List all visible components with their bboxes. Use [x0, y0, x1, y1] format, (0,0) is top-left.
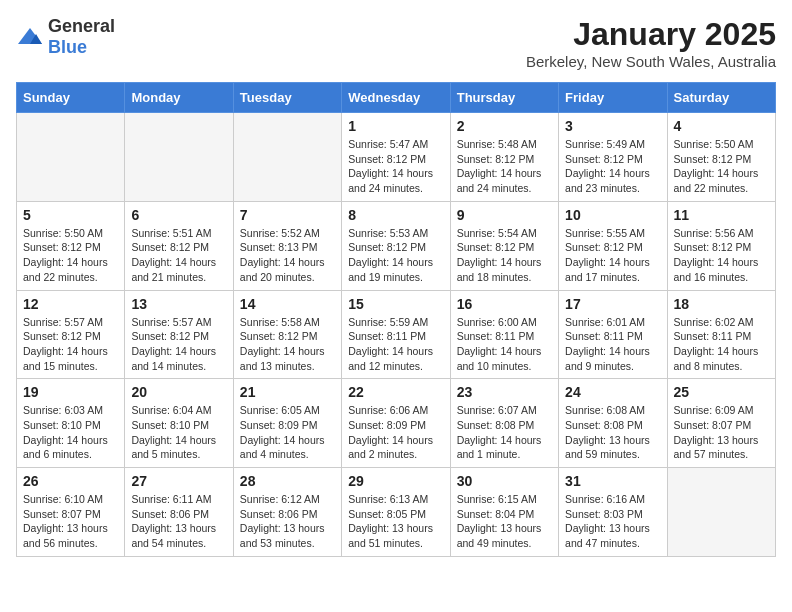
calendar-week-row: 5Sunrise: 5:50 AM Sunset: 8:12 PM Daylig… — [17, 201, 776, 290]
table-row — [17, 113, 125, 202]
table-row: 5Sunrise: 5:50 AM Sunset: 8:12 PM Daylig… — [17, 201, 125, 290]
day-info: Sunrise: 6:03 AM Sunset: 8:10 PM Dayligh… — [23, 403, 118, 462]
table-row — [233, 113, 341, 202]
day-info: Sunrise: 5:57 AM Sunset: 8:12 PM Dayligh… — [23, 315, 118, 374]
table-row: 2Sunrise: 5:48 AM Sunset: 8:12 PM Daylig… — [450, 113, 558, 202]
day-number: 12 — [23, 296, 118, 312]
day-info: Sunrise: 5:49 AM Sunset: 8:12 PM Dayligh… — [565, 137, 660, 196]
day-number: 3 — [565, 118, 660, 134]
table-row: 16Sunrise: 6:00 AM Sunset: 8:11 PM Dayli… — [450, 290, 558, 379]
day-number: 15 — [348, 296, 443, 312]
day-number: 20 — [131, 384, 226, 400]
day-number: 9 — [457, 207, 552, 223]
day-number: 26 — [23, 473, 118, 489]
day-info: Sunrise: 6:10 AM Sunset: 8:07 PM Dayligh… — [23, 492, 118, 551]
day-info: Sunrise: 6:13 AM Sunset: 8:05 PM Dayligh… — [348, 492, 443, 551]
day-info: Sunrise: 6:08 AM Sunset: 8:08 PM Dayligh… — [565, 403, 660, 462]
header-saturday: Saturday — [667, 83, 775, 113]
table-row — [667, 468, 775, 557]
table-row: 4Sunrise: 5:50 AM Sunset: 8:12 PM Daylig… — [667, 113, 775, 202]
day-info: Sunrise: 5:55 AM Sunset: 8:12 PM Dayligh… — [565, 226, 660, 285]
table-row: 21Sunrise: 6:05 AM Sunset: 8:09 PM Dayli… — [233, 379, 341, 468]
logo-general: General — [48, 16, 115, 36]
day-info: Sunrise: 6:06 AM Sunset: 8:09 PM Dayligh… — [348, 403, 443, 462]
day-info: Sunrise: 6:11 AM Sunset: 8:06 PM Dayligh… — [131, 492, 226, 551]
day-number: 21 — [240, 384, 335, 400]
day-number: 16 — [457, 296, 552, 312]
day-info: Sunrise: 6:12 AM Sunset: 8:06 PM Dayligh… — [240, 492, 335, 551]
logo-blue: Blue — [48, 37, 87, 57]
day-number: 5 — [23, 207, 118, 223]
table-row: 7Sunrise: 5:52 AM Sunset: 8:13 PM Daylig… — [233, 201, 341, 290]
calendar-week-row: 19Sunrise: 6:03 AM Sunset: 8:10 PM Dayli… — [17, 379, 776, 468]
day-info: Sunrise: 5:56 AM Sunset: 8:12 PM Dayligh… — [674, 226, 769, 285]
day-number: 2 — [457, 118, 552, 134]
table-row: 3Sunrise: 5:49 AM Sunset: 8:12 PM Daylig… — [559, 113, 667, 202]
table-row: 11Sunrise: 5:56 AM Sunset: 8:12 PM Dayli… — [667, 201, 775, 290]
day-info: Sunrise: 6:01 AM Sunset: 8:11 PM Dayligh… — [565, 315, 660, 374]
day-number: 11 — [674, 207, 769, 223]
calendar-header-row: Sunday Monday Tuesday Wednesday Thursday… — [17, 83, 776, 113]
day-number: 29 — [348, 473, 443, 489]
day-info: Sunrise: 6:09 AM Sunset: 8:07 PM Dayligh… — [674, 403, 769, 462]
page-header: General Blue January 2025 Berkeley, New … — [16, 16, 776, 70]
table-row: 26Sunrise: 6:10 AM Sunset: 8:07 PM Dayli… — [17, 468, 125, 557]
day-info: Sunrise: 6:05 AM Sunset: 8:09 PM Dayligh… — [240, 403, 335, 462]
header-tuesday: Tuesday — [233, 83, 341, 113]
table-row: 31Sunrise: 6:16 AM Sunset: 8:03 PM Dayli… — [559, 468, 667, 557]
table-row: 10Sunrise: 5:55 AM Sunset: 8:12 PM Dayli… — [559, 201, 667, 290]
day-info: Sunrise: 6:07 AM Sunset: 8:08 PM Dayligh… — [457, 403, 552, 462]
day-info: Sunrise: 5:48 AM Sunset: 8:12 PM Dayligh… — [457, 137, 552, 196]
day-info: Sunrise: 5:58 AM Sunset: 8:12 PM Dayligh… — [240, 315, 335, 374]
table-row: 23Sunrise: 6:07 AM Sunset: 8:08 PM Dayli… — [450, 379, 558, 468]
header-friday: Friday — [559, 83, 667, 113]
day-info: Sunrise: 5:59 AM Sunset: 8:11 PM Dayligh… — [348, 315, 443, 374]
table-row: 13Sunrise: 5:57 AM Sunset: 8:12 PM Dayli… — [125, 290, 233, 379]
calendar-week-row: 26Sunrise: 6:10 AM Sunset: 8:07 PM Dayli… — [17, 468, 776, 557]
calendar-table: Sunday Monday Tuesday Wednesday Thursday… — [16, 82, 776, 557]
table-row: 1Sunrise: 5:47 AM Sunset: 8:12 PM Daylig… — [342, 113, 450, 202]
day-info: Sunrise: 5:50 AM Sunset: 8:12 PM Dayligh… — [674, 137, 769, 196]
table-row: 14Sunrise: 5:58 AM Sunset: 8:12 PM Dayli… — [233, 290, 341, 379]
table-row: 15Sunrise: 5:59 AM Sunset: 8:11 PM Dayli… — [342, 290, 450, 379]
day-info: Sunrise: 5:47 AM Sunset: 8:12 PM Dayligh… — [348, 137, 443, 196]
table-row: 19Sunrise: 6:03 AM Sunset: 8:10 PM Dayli… — [17, 379, 125, 468]
calendar-week-row: 12Sunrise: 5:57 AM Sunset: 8:12 PM Dayli… — [17, 290, 776, 379]
day-number: 4 — [674, 118, 769, 134]
day-number: 14 — [240, 296, 335, 312]
table-row: 27Sunrise: 6:11 AM Sunset: 8:06 PM Dayli… — [125, 468, 233, 557]
day-number: 19 — [23, 384, 118, 400]
day-info: Sunrise: 5:52 AM Sunset: 8:13 PM Dayligh… — [240, 226, 335, 285]
table-row: 9Sunrise: 5:54 AM Sunset: 8:12 PM Daylig… — [450, 201, 558, 290]
table-row: 28Sunrise: 6:12 AM Sunset: 8:06 PM Dayli… — [233, 468, 341, 557]
table-row: 24Sunrise: 6:08 AM Sunset: 8:08 PM Dayli… — [559, 379, 667, 468]
day-info: Sunrise: 6:04 AM Sunset: 8:10 PM Dayligh… — [131, 403, 226, 462]
day-number: 25 — [674, 384, 769, 400]
day-info: Sunrise: 6:16 AM Sunset: 8:03 PM Dayligh… — [565, 492, 660, 551]
table-row: 18Sunrise: 6:02 AM Sunset: 8:11 PM Dayli… — [667, 290, 775, 379]
day-info: Sunrise: 5:57 AM Sunset: 8:12 PM Dayligh… — [131, 315, 226, 374]
location-title: Berkeley, New South Wales, Australia — [526, 53, 776, 70]
calendar-week-row: 1Sunrise: 5:47 AM Sunset: 8:12 PM Daylig… — [17, 113, 776, 202]
day-number: 31 — [565, 473, 660, 489]
day-number: 23 — [457, 384, 552, 400]
day-number: 30 — [457, 473, 552, 489]
day-number: 6 — [131, 207, 226, 223]
day-number: 8 — [348, 207, 443, 223]
table-row: 12Sunrise: 5:57 AM Sunset: 8:12 PM Dayli… — [17, 290, 125, 379]
day-number: 22 — [348, 384, 443, 400]
table-row: 17Sunrise: 6:01 AM Sunset: 8:11 PM Dayli… — [559, 290, 667, 379]
header-thursday: Thursday — [450, 83, 558, 113]
day-number: 24 — [565, 384, 660, 400]
header-sunday: Sunday — [17, 83, 125, 113]
day-number: 27 — [131, 473, 226, 489]
table-row: 30Sunrise: 6:15 AM Sunset: 8:04 PM Dayli… — [450, 468, 558, 557]
day-number: 18 — [674, 296, 769, 312]
table-row: 25Sunrise: 6:09 AM Sunset: 8:07 PM Dayli… — [667, 379, 775, 468]
table-row — [125, 113, 233, 202]
title-block: January 2025 Berkeley, New South Wales, … — [526, 16, 776, 70]
day-number: 1 — [348, 118, 443, 134]
day-number: 28 — [240, 473, 335, 489]
day-info: Sunrise: 5:53 AM Sunset: 8:12 PM Dayligh… — [348, 226, 443, 285]
header-monday: Monday — [125, 83, 233, 113]
